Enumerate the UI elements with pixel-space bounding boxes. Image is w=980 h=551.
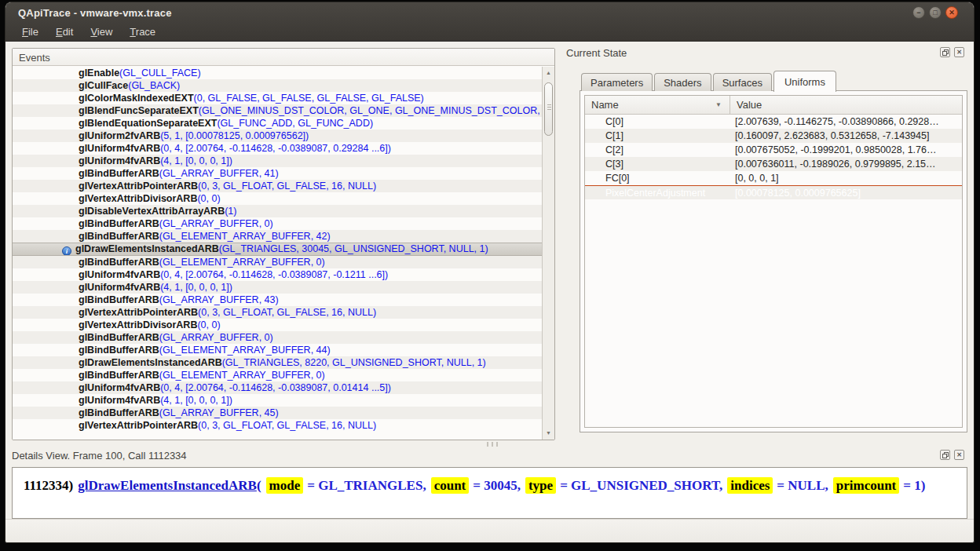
column-header-name[interactable]: Name ▼ <box>585 96 730 114</box>
event-row[interactable]: glBindBufferARB(GL_ARRAY_BUFFER, 0) <box>13 331 542 344</box>
uniform-row[interactable]: C[3][0.007636011, -0.1989026, 0.9799895,… <box>585 157 962 171</box>
minimize-button[interactable]: − <box>912 6 925 19</box>
menu-item[interactable]: Edit <box>47 24 82 40</box>
event-row[interactable]: glColorMaskIndexedEXT(0, GL_FALSE, GL_FA… <box>13 92 542 104</box>
event-args: (4, 1, [0, 0, 0, 1]) <box>160 155 232 166</box>
uniforms-rows: C[0][2.007639, -0.1146275, -0.03890866, … <box>585 115 962 199</box>
event-function: glUniform4fvARB <box>79 143 160 154</box>
dock-float-icon <box>942 49 949 56</box>
event-row[interactable]: glUniform4fvARB(0, 4, [2.00764, -0.11462… <box>13 142 542 155</box>
event-args: (0, 4, [2.00764, -0.114628, -0.0389087, … <box>160 382 391 393</box>
event-args: (GL_CULL_FACE) <box>119 68 201 78</box>
event-row[interactable]: glVertexAttribDivisorARB(0, 0) <box>13 319 542 331</box>
event-row[interactable]: glBindBufferARB(GL_ELEMENT_ARRAY_BUFFER,… <box>13 230 542 243</box>
event-row[interactable]: glVertexAttribPointerARB(0, 3, GL_FLOAT,… <box>13 306 542 319</box>
event-args: (GL_FUNC_ADD, GL_FUNC_ADD) <box>217 118 373 129</box>
close-button[interactable]: ✕ <box>945 6 958 19</box>
uniform-value: [0.007636011, -0.1989026, 0.9799895, 2.1… <box>730 157 962 171</box>
event-row[interactable]: glDisableVertexAttribArrayARB(1) <box>13 205 542 217</box>
event-row[interactable]: glDrawElementsInstancedARB(GL_TRIANGLES,… <box>13 243 542 256</box>
event-function: glBindBufferARB <box>79 370 159 381</box>
menu-item[interactable]: File <box>13 24 47 40</box>
event-row[interactable]: glEnable(GL_CULL_FACE) <box>13 67 542 79</box>
event-args: (GL_TRIANGLES, 30045, GL_UNSIGNED_SHORT,… <box>219 243 488 254</box>
tab[interactable]: Uniforms <box>773 71 836 92</box>
event-row[interactable]: glUniform4fvARB(0, 4, [2.00764, -0.11462… <box>13 381 542 394</box>
event-row[interactable]: glBlendEquationSeparateEXT(GL_FUNC_ADD, … <box>13 117 542 130</box>
event-function: glUniform4fvARB <box>79 155 160 166</box>
titlebar[interactable]: QApiTrace - vmware-vmx.trace − □ ✕ <box>5 2 974 23</box>
event-row[interactable]: glUniform4fvARB(0, 4, [2.00764, -0.11462… <box>13 268 542 281</box>
event-function: glVertexAttribPointerARB <box>79 420 198 431</box>
splitter-handle[interactable] <box>487 442 498 447</box>
events-list[interactable]: glEnable(GL_CULL_FACE) glCullFace(GL_BAC… <box>13 67 542 440</box>
uniform-value: [0, 0, 0, 1] <box>730 171 962 185</box>
maximize-button[interactable]: □ <box>929 6 942 19</box>
event-row[interactable]: glUniform2fvARB(5, 1, [0.00078125, 0.000… <box>13 130 542 142</box>
event-row[interactable]: glVertexAttribDivisorARB(0, 0) <box>13 192 542 205</box>
tab[interactable]: Surfaces <box>713 73 772 91</box>
event-row[interactable]: glBindBufferARB(GL_ARRAY_BUFFER, 43) <box>13 294 542 306</box>
event-row[interactable]: glUniform4fvARB(4, 1, [0, 0, 0, 1]) <box>13 394 542 407</box>
uniform-row[interactable]: C[0][2.007639, -0.1146275, -0.03890866, … <box>585 115 962 129</box>
uniform-row[interactable]: C[1][0.160097, 2.623683, 0.5312658, -7.1… <box>585 129 962 143</box>
tab[interactable]: Shaders <box>654 73 711 91</box>
event-function: glBindBufferARB <box>79 332 159 343</box>
event-args: (GL_ELEMENT_ARRAY_BUFFER, 0) <box>159 370 325 381</box>
event-function: glBindBufferARB <box>79 345 159 356</box>
scroll-down-icon[interactable]: ▼ <box>543 427 554 440</box>
event-row[interactable]: glBindBufferARB(GL_ELEMENT_ARRAY_BUFFER,… <box>13 369 542 381</box>
uniform-value: [2.007639, -0.1146275, -0.03890866, 0.29… <box>730 115 962 129</box>
window-controls: − □ ✕ <box>912 6 958 19</box>
event-row[interactable]: glBindBufferARB(GL_ARRAY_BUFFER, 0) <box>13 217 542 230</box>
dock-float-button[interactable] <box>940 450 950 460</box>
event-function: glBlendEquationSeparateEXT <box>79 118 217 129</box>
arg-name: mode <box>266 477 304 494</box>
dock-float-button[interactable] <box>940 47 950 57</box>
event-function: glUniform4fvARB <box>79 382 160 393</box>
scrollbar-thumb[interactable] <box>544 82 553 136</box>
tab[interactable]: Parameters <box>581 73 653 91</box>
arg-name: indices <box>727 477 773 494</box>
uniform-row[interactable]: C[2][0.007675052, -0.1999201, 0.9850028,… <box>585 143 962 157</box>
uniform-name: FC[0] <box>585 171 730 185</box>
event-row[interactable]: glBindBufferARB(GL_ELEMENT_ARRAY_BUFFER,… <box>13 344 542 356</box>
event-row[interactable]: glBlendFuncSeparateEXT(GL_ONE_MINUS_DST_… <box>13 104 542 117</box>
uniform-name: C[3] <box>585 157 730 171</box>
event-row[interactable]: glUniform4fvARB(4, 1, [0, 0, 0, 1]) <box>13 281 542 294</box>
call-function-link[interactable]: glDrawElementsInstancedARB <box>78 478 257 493</box>
event-function: glBindBufferARB <box>79 231 159 242</box>
dock-close-icon: ✕ <box>956 452 962 458</box>
arg-value: = NULL, <box>777 478 828 493</box>
event-args: (GL_ELEMENT_ARRAY_BUFFER, 0) <box>159 257 325 268</box>
arg-name: type <box>525 477 556 494</box>
call-number: 1112334) <box>24 478 73 493</box>
details-view: 1112334)glDrawElementsInstancedARB(mode=… <box>12 467 967 519</box>
event-function: glVertexAttribPointerARB <box>79 181 198 192</box>
event-row[interactable]: glUniform4fvARB(4, 1, [0, 0, 0, 1]) <box>13 155 542 167</box>
event-args: (0, 0) <box>197 193 220 204</box>
event-row[interactable]: glCullFace(GL_BACK) <box>13 79 542 92</box>
info-icon <box>62 246 71 256</box>
event-row[interactable]: glDrawElementsInstancedARB(GL_TRIANGLES,… <box>13 356 542 369</box>
event-args: (0, 4, [2.00764, -0.114628, -0.0389087, … <box>160 143 391 154</box>
dock-close-button[interactable]: ✕ <box>954 47 964 57</box>
event-row[interactable]: glBindBufferARB(GL_ARRAY_BUFFER, 45) <box>13 407 542 419</box>
event-args: (0, 3, GL_FLOAT, GL_FALSE, 16, NULL) <box>198 181 376 192</box>
uniform-row[interactable]: FC[0][0, 0, 0, 1] <box>585 171 962 185</box>
menu-item[interactable]: Trace <box>121 24 164 40</box>
event-row[interactable]: glBindBufferARB(GL_ELEMENT_ARRAY_BUFFER,… <box>13 256 542 268</box>
dock-close-button[interactable]: ✕ <box>954 450 964 460</box>
events-scrollbar[interactable]: ▲ ▼ <box>542 67 554 440</box>
event-row[interactable]: glVertexAttribPointerARB(0, 3, GL_FLOAT,… <box>13 180 542 192</box>
event-args: (0, 3, GL_FLOAT, GL_FALSE, 16, NULL) <box>198 307 376 318</box>
event-function: glBindBufferARB <box>79 407 159 418</box>
column-header-value[interactable]: Value <box>730 96 962 114</box>
menu-item[interactable]: View <box>82 24 121 40</box>
event-row[interactable]: glVertexAttribPointerARB(0, 3, GL_FLOAT,… <box>13 419 542 432</box>
table-header: Name ▼ Value <box>585 96 962 115</box>
scroll-up-icon[interactable]: ▲ <box>543 67 554 79</box>
event-row[interactable]: glBindBufferARB(GL_ARRAY_BUFFER, 41) <box>13 167 542 180</box>
uniform-row[interactable]: PixelCenterAdjustment[0.00078125, 0.0009… <box>585 185 962 199</box>
call-args: mode= GL_TRIANGLES,count= 30045,type= GL… <box>261 478 926 493</box>
